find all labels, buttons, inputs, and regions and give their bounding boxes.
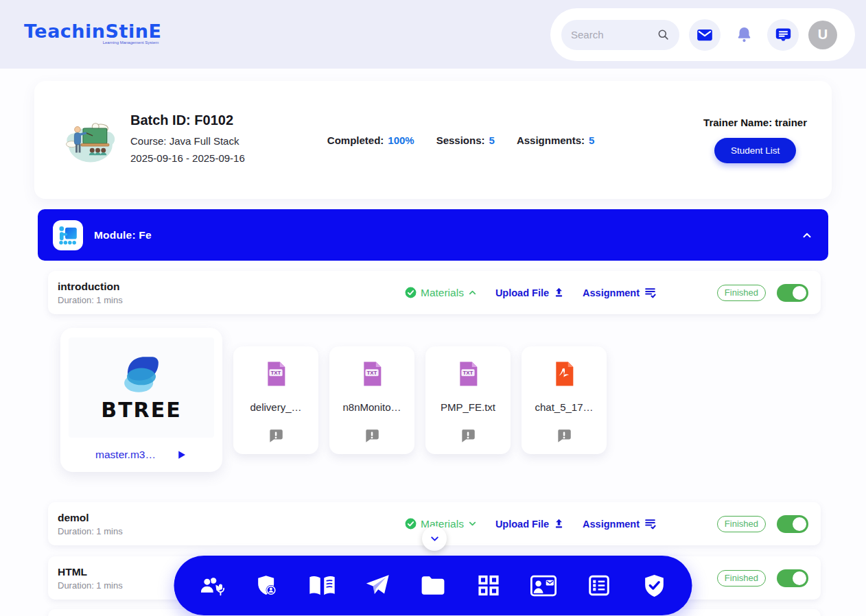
upload-icon [553, 518, 565, 530]
svg-text:TXT: TXT [367, 370, 377, 376]
comment-alert-icon[interactable] [267, 427, 285, 445]
material-file-card[interactable]: TXT PMP_FE.txt [425, 346, 511, 454]
chevron-up-icon[interactable] [801, 229, 813, 241]
upload-file-label: Upload File [495, 287, 549, 298]
batch-summary-card: Batch ID: F0102 Course: Java Full Stack … [34, 81, 832, 199]
file-name: PMP_FE.txt [441, 401, 495, 413]
chevron-down-icon [467, 519, 478, 529]
session-duration: Duration: 1 mins [58, 526, 404, 536]
batch-course: Course: Java Full Stack [130, 133, 245, 150]
module-icon [53, 220, 83, 250]
messages-icon [774, 25, 793, 44]
comment-alert-icon[interactable] [459, 427, 477, 445]
materials-label: Materials [421, 287, 464, 299]
session-info: demol Duration: 1 mins [58, 512, 404, 536]
session-status: Finished [717, 284, 808, 302]
check-circle-icon [404, 286, 417, 299]
search-input[interactable] [571, 29, 657, 40]
batch-info: Batch ID: F0102 Course: Java Full Stack … [130, 112, 245, 167]
txt-file-icon: TXT [264, 360, 288, 388]
expand-materials-button[interactable] [422, 526, 447, 551]
material-file-card[interactable]: TXT delivery_… [233, 346, 318, 454]
stat-completed: Completed: 100% [327, 134, 414, 146]
stat-sessions: Sessions: 5 [436, 134, 495, 146]
nav-contact-card-button[interactable] [526, 568, 561, 604]
status-badge: Finished [717, 285, 766, 301]
batch-dates: 2025-09-16 - 2025-09-16 [130, 150, 245, 167]
mail-button[interactable] [689, 19, 721, 51]
material-file-card[interactable]: TXT n8nMonito… [329, 346, 414, 454]
file-name: chat_5_17… [535, 401, 593, 413]
assignment-button[interactable]: Assignment [583, 517, 657, 530]
upload-file-button[interactable]: Upload File [495, 287, 565, 298]
chevron-up-icon [467, 287, 478, 298]
txt-file-icon: TXT [360, 360, 384, 388]
bell-icon [735, 25, 753, 44]
classroom-illustration [65, 112, 115, 168]
assignment-label: Assignment [583, 287, 640, 298]
notifications-button[interactable] [730, 19, 758, 51]
search-box[interactable] [561, 20, 679, 50]
assignment-list-icon [644, 286, 657, 299]
status-badge: Finished [717, 516, 766, 532]
user-avatar[interactable]: U [808, 21, 837, 49]
search-icon[interactable] [657, 28, 670, 41]
nav-folder-button[interactable] [415, 568, 451, 604]
upload-icon [553, 287, 565, 298]
students-audio-icon [198, 574, 225, 597]
bottom-navigation [174, 556, 692, 615]
messages-button[interactable] [767, 19, 799, 51]
toggle-knob [793, 571, 806, 585]
btree-logo-icon [112, 354, 171, 396]
nav-shield-check-button[interactable] [637, 568, 672, 604]
nav-assignments-list-button[interactable] [581, 568, 617, 604]
video-file-link[interactable]: master.m3… [95, 449, 156, 461]
session-toggle[interactable] [777, 284, 808, 302]
stat-sessions-label: Sessions: [436, 134, 485, 146]
materials-toggle[interactable]: Materials [404, 286, 478, 299]
file-name: n8nMonito… [342, 401, 401, 413]
pdf-file-icon [552, 360, 576, 388]
session-row: demol Duration: 1 mins Materials Upload … [48, 502, 821, 545]
comment-alert-icon[interactable] [363, 427, 381, 445]
video-brand-text: BTREE [101, 398, 181, 422]
app-logo[interactable]: TeachinStinE Learning Management System [24, 21, 161, 45]
assignments-list-icon [588, 574, 611, 597]
student-list-button[interactable]: Student List [714, 138, 796, 163]
shield-check-icon [644, 573, 666, 598]
session-title: introduction [58, 281, 404, 293]
mail-icon [696, 26, 714, 44]
send-icon [365, 573, 390, 598]
play-icon[interactable] [175, 449, 187, 461]
materials-strip: BTREE master.m3… TXT delivery_… TXT [60, 328, 821, 472]
stat-assignments-value: 5 [589, 134, 594, 146]
course-book-icon [309, 574, 336, 597]
avatar-initial: U [818, 27, 828, 43]
header-actions: U [550, 8, 855, 61]
app-logo-title: TeachinStinE [24, 21, 161, 42]
stat-sessions-value: 5 [489, 134, 495, 146]
video-thumbnail: BTREE [69, 337, 214, 438]
nav-modules-grid-button[interactable] [471, 568, 506, 604]
nav-shield-user-button[interactable] [249, 568, 285, 604]
session-toggle[interactable] [777, 515, 808, 533]
trainer-block: Trainer Name: trainer Student List [703, 117, 807, 163]
nav-students-audio-button[interactable] [194, 568, 229, 604]
status-badge: Finished [717, 570, 766, 587]
module-header[interactable]: Module: Fe [38, 209, 828, 261]
svg-text:TXT: TXT [463, 370, 473, 376]
nav-send-button[interactable] [360, 568, 395, 604]
assignment-button[interactable]: Assignment [583, 286, 657, 299]
comment-alert-icon[interactable] [555, 427, 573, 445]
upload-file-button[interactable]: Upload File [495, 518, 565, 530]
toggle-knob [793, 286, 806, 300]
material-file-card[interactable]: chat_5_17… [522, 346, 607, 454]
session-title: demol [58, 512, 404, 524]
nav-course-book-button[interactable] [305, 568, 340, 604]
assignment-label: Assignment [583, 519, 640, 530]
session-toggle[interactable] [777, 569, 808, 587]
stat-completed-value: 100% [388, 134, 414, 146]
stat-assignments-label: Assignments: [517, 134, 585, 146]
material-video-card[interactable]: BTREE master.m3… [60, 328, 222, 472]
upload-file-label: Upload File [495, 519, 549, 530]
